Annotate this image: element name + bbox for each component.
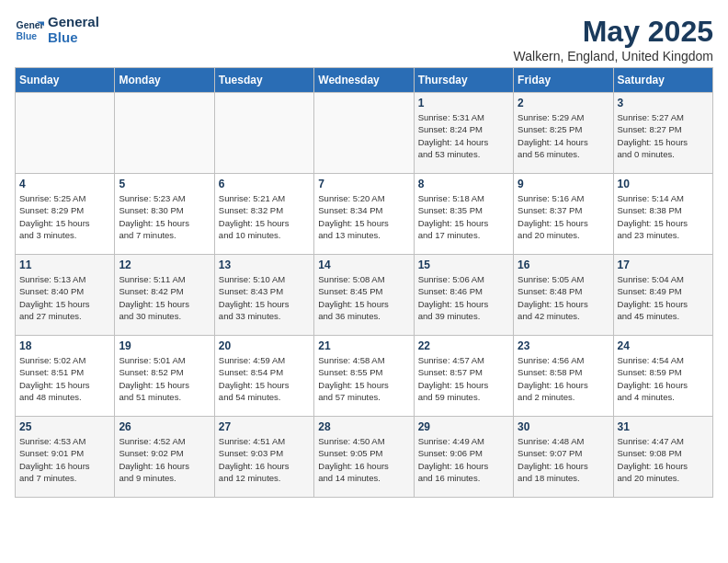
location: Walkern, England, United Kingdom (514, 49, 713, 63)
day-number: 11 (19, 259, 110, 271)
calendar-cell: 10Sunrise: 5:14 AM Sunset: 8:38 PM Dayli… (613, 174, 712, 255)
day-info: Sunrise: 4:57 AM Sunset: 8:57 PM Dayligh… (418, 354, 509, 403)
calendar-cell: 17Sunrise: 5:04 AM Sunset: 8:49 PM Dayli… (613, 255, 712, 336)
calendar-cell: 5Sunrise: 5:23 AM Sunset: 8:30 PM Daylig… (115, 174, 214, 255)
day-number: 7 (318, 178, 409, 190)
day-number: 24 (618, 339, 709, 352)
calendar-cell: 30Sunrise: 4:48 AM Sunset: 9:07 PM Dayli… (514, 417, 613, 498)
calendar-cell: 11Sunrise: 5:13 AM Sunset: 8:40 PM Dayli… (16, 255, 115, 336)
day-info: Sunrise: 5:23 AM Sunset: 8:30 PM Dayligh… (119, 192, 210, 241)
calendar-week-row: 1Sunrise: 5:31 AM Sunset: 8:24 PM Daylig… (16, 93, 713, 174)
weekday-header-tuesday: Tuesday (214, 68, 313, 93)
day-info: Sunrise: 4:59 AM Sunset: 8:54 PM Dayligh… (219, 354, 310, 403)
day-number: 18 (19, 339, 110, 352)
weekday-header-wednesday: Wednesday (314, 68, 414, 93)
calendar-cell (314, 93, 414, 174)
day-number: 22 (418, 339, 509, 352)
calendar-cell: 7Sunrise: 5:20 AM Sunset: 8:34 PM Daylig… (314, 174, 414, 255)
day-number: 12 (119, 259, 210, 271)
day-info: Sunrise: 5:06 AM Sunset: 8:46 PM Dayligh… (418, 273, 509, 322)
weekday-header-sunday: Sunday (16, 68, 115, 93)
day-number: 6 (219, 178, 310, 190)
weekday-header-saturday: Saturday (613, 68, 712, 93)
calendar-cell: 15Sunrise: 5:06 AM Sunset: 8:46 PM Dayli… (414, 255, 513, 336)
calendar-cell: 28Sunrise: 4:50 AM Sunset: 9:05 PM Dayli… (314, 417, 414, 498)
day-number: 15 (418, 259, 509, 271)
day-info: Sunrise: 4:47 AM Sunset: 9:08 PM Dayligh… (618, 435, 709, 484)
calendar-cell: 23Sunrise: 4:56 AM Sunset: 8:58 PM Dayli… (514, 336, 613, 417)
calendar-week-row: 18Sunrise: 5:02 AM Sunset: 8:51 PM Dayli… (16, 336, 713, 417)
weekday-header-friday: Friday (514, 68, 613, 93)
day-number: 14 (318, 259, 409, 271)
day-number: 17 (618, 259, 709, 271)
day-number: 3 (618, 97, 709, 109)
day-number: 25 (19, 420, 110, 433)
day-number: 20 (219, 339, 310, 352)
calendar-cell: 14Sunrise: 5:08 AM Sunset: 8:45 PM Dayli… (314, 255, 414, 336)
day-info: Sunrise: 5:04 AM Sunset: 8:49 PM Dayligh… (618, 273, 709, 322)
day-info: Sunrise: 5:29 AM Sunset: 8:25 PM Dayligh… (518, 111, 609, 160)
day-info: Sunrise: 5:05 AM Sunset: 8:48 PM Dayligh… (518, 273, 609, 322)
day-number: 10 (618, 178, 709, 190)
calendar-cell: 29Sunrise: 4:49 AM Sunset: 9:06 PM Dayli… (414, 417, 513, 498)
day-info: Sunrise: 5:10 AM Sunset: 8:43 PM Dayligh… (219, 273, 310, 322)
calendar-cell: 9Sunrise: 5:16 AM Sunset: 8:37 PM Daylig… (514, 174, 613, 255)
day-number: 9 (518, 178, 609, 190)
weekday-header-thursday: Thursday (414, 68, 513, 93)
calendar-cell: 31Sunrise: 4:47 AM Sunset: 9:08 PM Dayli… (613, 417, 712, 498)
page-header: General Blue General Blue May 2025 Walke… (15, 15, 713, 63)
day-info: Sunrise: 5:16 AM Sunset: 8:37 PM Dayligh… (518, 192, 609, 241)
calendar-cell: 25Sunrise: 4:53 AM Sunset: 9:01 PM Dayli… (16, 417, 115, 498)
calendar-cell: 8Sunrise: 5:18 AM Sunset: 8:35 PM Daylig… (414, 174, 513, 255)
calendar-cell (16, 93, 115, 174)
day-info: Sunrise: 5:11 AM Sunset: 8:42 PM Dayligh… (119, 273, 210, 322)
logo-text-general: General (48, 15, 99, 30)
calendar-cell: 4Sunrise: 5:25 AM Sunset: 8:29 PM Daylig… (16, 174, 115, 255)
day-number: 30 (518, 420, 609, 433)
day-number: 16 (518, 259, 609, 271)
day-info: Sunrise: 4:52 AM Sunset: 9:02 PM Dayligh… (119, 435, 210, 484)
logo-icon: General Blue (15, 16, 44, 45)
day-number: 31 (618, 420, 709, 433)
day-info: Sunrise: 5:18 AM Sunset: 8:35 PM Dayligh… (418, 192, 509, 241)
day-info: Sunrise: 4:56 AM Sunset: 8:58 PM Dayligh… (518, 354, 609, 403)
day-info: Sunrise: 5:08 AM Sunset: 8:45 PM Dayligh… (318, 273, 409, 322)
calendar-cell: 2Sunrise: 5:29 AM Sunset: 8:25 PM Daylig… (514, 93, 613, 174)
day-info: Sunrise: 5:25 AM Sunset: 8:29 PM Dayligh… (19, 192, 110, 241)
day-number: 27 (219, 420, 310, 433)
day-info: Sunrise: 5:01 AM Sunset: 8:52 PM Dayligh… (119, 354, 210, 403)
calendar-cell: 22Sunrise: 4:57 AM Sunset: 8:57 PM Dayli… (414, 336, 513, 417)
calendar-cell: 12Sunrise: 5:11 AM Sunset: 8:42 PM Dayli… (115, 255, 214, 336)
day-info: Sunrise: 5:20 AM Sunset: 8:34 PM Dayligh… (318, 192, 409, 241)
calendar-cell: 26Sunrise: 4:52 AM Sunset: 9:02 PM Dayli… (115, 417, 214, 498)
day-info: Sunrise: 4:58 AM Sunset: 8:55 PM Dayligh… (318, 354, 409, 403)
calendar-cell: 21Sunrise: 4:58 AM Sunset: 8:55 PM Dayli… (314, 336, 414, 417)
day-number: 5 (119, 178, 210, 190)
day-number: 13 (219, 259, 310, 271)
calendar-cell: 16Sunrise: 5:05 AM Sunset: 8:48 PM Dayli… (514, 255, 613, 336)
day-number: 28 (318, 420, 409, 433)
day-info: Sunrise: 4:54 AM Sunset: 8:59 PM Dayligh… (618, 354, 709, 403)
calendar-cell: 24Sunrise: 4:54 AM Sunset: 8:59 PM Dayli… (613, 336, 712, 417)
day-info: Sunrise: 4:49 AM Sunset: 9:06 PM Dayligh… (418, 435, 509, 484)
day-info: Sunrise: 5:13 AM Sunset: 8:40 PM Dayligh… (19, 273, 110, 322)
calendar-cell: 6Sunrise: 5:21 AM Sunset: 8:32 PM Daylig… (214, 174, 313, 255)
calendar-table: SundayMondayTuesdayWednesdayThursdayFrid… (15, 67, 713, 498)
calendar-cell: 19Sunrise: 5:01 AM Sunset: 8:52 PM Dayli… (115, 336, 214, 417)
calendar-cell: 18Sunrise: 5:02 AM Sunset: 8:51 PM Dayli… (16, 336, 115, 417)
calendar-cell (115, 93, 214, 174)
day-info: Sunrise: 4:51 AM Sunset: 9:03 PM Dayligh… (219, 435, 310, 484)
day-number: 29 (418, 420, 509, 433)
calendar-week-row: 11Sunrise: 5:13 AM Sunset: 8:40 PM Dayli… (16, 255, 713, 336)
weekday-header-monday: Monday (115, 68, 214, 93)
day-number: 2 (518, 97, 609, 109)
calendar-cell: 13Sunrise: 5:10 AM Sunset: 8:43 PM Dayli… (214, 255, 313, 336)
calendar-cell: 20Sunrise: 4:59 AM Sunset: 8:54 PM Dayli… (214, 336, 313, 417)
day-info: Sunrise: 5:21 AM Sunset: 8:32 PM Dayligh… (219, 192, 310, 241)
calendar-cell: 27Sunrise: 4:51 AM Sunset: 9:03 PM Dayli… (214, 417, 313, 498)
day-info: Sunrise: 4:53 AM Sunset: 9:01 PM Dayligh… (19, 435, 110, 484)
title-block: May 2025 Walkern, England, United Kingdo… (514, 15, 713, 63)
day-number: 4 (19, 178, 110, 190)
day-number: 21 (318, 339, 409, 352)
day-number: 1 (418, 97, 509, 109)
